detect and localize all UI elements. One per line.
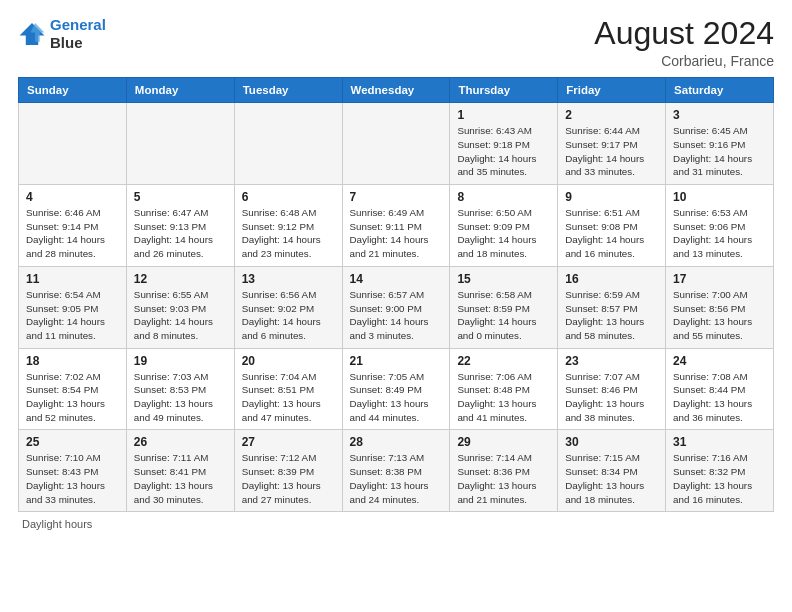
calendar-cell: 12Sunrise: 6:55 AM Sunset: 9:03 PM Dayli… <box>126 266 234 348</box>
week-row-3: 18Sunrise: 7:02 AM Sunset: 8:54 PM Dayli… <box>19 348 774 430</box>
calendar-cell: 9Sunrise: 6:51 AM Sunset: 9:08 PM Daylig… <box>558 185 666 267</box>
day-number: 26 <box>134 435 227 449</box>
day-number: 5 <box>134 190 227 204</box>
logo-icon <box>18 20 46 48</box>
day-number: 4 <box>26 190 119 204</box>
th-sunday: Sunday <box>19 78 127 103</box>
calendar-cell: 5Sunrise: 6:47 AM Sunset: 9:13 PM Daylig… <box>126 185 234 267</box>
day-number: 2 <box>565 108 658 122</box>
calendar-cell: 3Sunrise: 6:45 AM Sunset: 9:16 PM Daylig… <box>666 103 774 185</box>
calendar-cell: 26Sunrise: 7:11 AM Sunset: 8:41 PM Dayli… <box>126 430 234 512</box>
day-number: 27 <box>242 435 335 449</box>
day-number: 16 <box>565 272 658 286</box>
footer-note: Daylight hours <box>18 518 774 530</box>
calendar-cell: 14Sunrise: 6:57 AM Sunset: 9:00 PM Dayli… <box>342 266 450 348</box>
day-info: Sunrise: 6:43 AM Sunset: 9:18 PM Dayligh… <box>457 124 550 179</box>
calendar-cell: 27Sunrise: 7:12 AM Sunset: 8:39 PM Dayli… <box>234 430 342 512</box>
day-number: 12 <box>134 272 227 286</box>
calendar-cell: 23Sunrise: 7:07 AM Sunset: 8:46 PM Dayli… <box>558 348 666 430</box>
day-info: Sunrise: 7:14 AM Sunset: 8:36 PM Dayligh… <box>457 451 550 506</box>
day-info: Sunrise: 6:51 AM Sunset: 9:08 PM Dayligh… <box>565 206 658 261</box>
calendar-cell: 13Sunrise: 6:56 AM Sunset: 9:02 PM Dayli… <box>234 266 342 348</box>
week-row-2: 11Sunrise: 6:54 AM Sunset: 9:05 PM Dayli… <box>19 266 774 348</box>
calendar-cell: 11Sunrise: 6:54 AM Sunset: 9:05 PM Dayli… <box>19 266 127 348</box>
day-number: 3 <box>673 108 766 122</box>
day-info: Sunrise: 7:15 AM Sunset: 8:34 PM Dayligh… <box>565 451 658 506</box>
calendar-cell: 30Sunrise: 7:15 AM Sunset: 8:34 PM Dayli… <box>558 430 666 512</box>
day-number: 9 <box>565 190 658 204</box>
th-thursday: Thursday <box>450 78 558 103</box>
calendar-cell: 2Sunrise: 6:44 AM Sunset: 9:17 PM Daylig… <box>558 103 666 185</box>
day-info: Sunrise: 6:56 AM Sunset: 9:02 PM Dayligh… <box>242 288 335 343</box>
day-info: Sunrise: 7:02 AM Sunset: 8:54 PM Dayligh… <box>26 370 119 425</box>
calendar-cell: 22Sunrise: 7:06 AM Sunset: 8:48 PM Dayli… <box>450 348 558 430</box>
calendar-cell: 31Sunrise: 7:16 AM Sunset: 8:32 PM Dayli… <box>666 430 774 512</box>
th-monday: Monday <box>126 78 234 103</box>
day-info: Sunrise: 7:05 AM Sunset: 8:49 PM Dayligh… <box>350 370 443 425</box>
day-number: 20 <box>242 354 335 368</box>
day-info: Sunrise: 7:08 AM Sunset: 8:44 PM Dayligh… <box>673 370 766 425</box>
day-number: 1 <box>457 108 550 122</box>
day-info: Sunrise: 7:03 AM Sunset: 8:53 PM Dayligh… <box>134 370 227 425</box>
day-number: 11 <box>26 272 119 286</box>
day-info: Sunrise: 7:06 AM Sunset: 8:48 PM Dayligh… <box>457 370 550 425</box>
day-info: Sunrise: 6:48 AM Sunset: 9:12 PM Dayligh… <box>242 206 335 261</box>
day-info: Sunrise: 7:16 AM Sunset: 8:32 PM Dayligh… <box>673 451 766 506</box>
day-info: Sunrise: 6:47 AM Sunset: 9:13 PM Dayligh… <box>134 206 227 261</box>
day-number: 13 <box>242 272 335 286</box>
day-number: 15 <box>457 272 550 286</box>
page: General Blue August 2024 Corbarieu, Fran… <box>0 0 792 540</box>
day-number: 6 <box>242 190 335 204</box>
calendar-table: Sunday Monday Tuesday Wednesday Thursday… <box>18 77 774 512</box>
day-number: 8 <box>457 190 550 204</box>
calendar-cell: 20Sunrise: 7:04 AM Sunset: 8:51 PM Dayli… <box>234 348 342 430</box>
svg-marker-0 <box>20 23 45 45</box>
main-title: August 2024 <box>594 16 774 51</box>
calendar-body: 1Sunrise: 6:43 AM Sunset: 9:18 PM Daylig… <box>19 103 774 512</box>
day-number: 24 <box>673 354 766 368</box>
weekday-header-row: Sunday Monday Tuesday Wednesday Thursday… <box>19 78 774 103</box>
calendar-cell: 19Sunrise: 7:03 AM Sunset: 8:53 PM Dayli… <box>126 348 234 430</box>
th-tuesday: Tuesday <box>234 78 342 103</box>
day-number: 18 <box>26 354 119 368</box>
day-number: 23 <box>565 354 658 368</box>
calendar-cell <box>342 103 450 185</box>
day-info: Sunrise: 6:53 AM Sunset: 9:06 PM Dayligh… <box>673 206 766 261</box>
day-number: 29 <box>457 435 550 449</box>
day-number: 22 <box>457 354 550 368</box>
calendar-cell: 29Sunrise: 7:14 AM Sunset: 8:36 PM Dayli… <box>450 430 558 512</box>
logo-text: General Blue <box>50 16 106 52</box>
calendar-cell: 4Sunrise: 6:46 AM Sunset: 9:14 PM Daylig… <box>19 185 127 267</box>
day-info: Sunrise: 6:50 AM Sunset: 9:09 PM Dayligh… <box>457 206 550 261</box>
day-number: 10 <box>673 190 766 204</box>
calendar-cell <box>19 103 127 185</box>
calendar-cell: 8Sunrise: 6:50 AM Sunset: 9:09 PM Daylig… <box>450 185 558 267</box>
title-block: August 2024 Corbarieu, France <box>594 16 774 69</box>
calendar-cell <box>126 103 234 185</box>
calendar-cell: 24Sunrise: 7:08 AM Sunset: 8:44 PM Dayli… <box>666 348 774 430</box>
calendar-cell: 16Sunrise: 6:59 AM Sunset: 8:57 PM Dayli… <box>558 266 666 348</box>
calendar-cell: 6Sunrise: 6:48 AM Sunset: 9:12 PM Daylig… <box>234 185 342 267</box>
day-info: Sunrise: 6:44 AM Sunset: 9:17 PM Dayligh… <box>565 124 658 179</box>
calendar-cell: 28Sunrise: 7:13 AM Sunset: 8:38 PM Dayli… <box>342 430 450 512</box>
day-info: Sunrise: 6:55 AM Sunset: 9:03 PM Dayligh… <box>134 288 227 343</box>
day-info: Sunrise: 6:59 AM Sunset: 8:57 PM Dayligh… <box>565 288 658 343</box>
day-info: Sunrise: 6:46 AM Sunset: 9:14 PM Dayligh… <box>26 206 119 261</box>
header-row: General Blue August 2024 Corbarieu, Fran… <box>18 16 774 69</box>
day-number: 30 <box>565 435 658 449</box>
day-info: Sunrise: 6:57 AM Sunset: 9:00 PM Dayligh… <box>350 288 443 343</box>
day-number: 14 <box>350 272 443 286</box>
calendar-cell <box>234 103 342 185</box>
day-info: Sunrise: 6:54 AM Sunset: 9:05 PM Dayligh… <box>26 288 119 343</box>
calendar-cell: 18Sunrise: 7:02 AM Sunset: 8:54 PM Dayli… <box>19 348 127 430</box>
day-info: Sunrise: 7:13 AM Sunset: 8:38 PM Dayligh… <box>350 451 443 506</box>
calendar-cell: 1Sunrise: 6:43 AM Sunset: 9:18 PM Daylig… <box>450 103 558 185</box>
day-info: Sunrise: 7:04 AM Sunset: 8:51 PM Dayligh… <box>242 370 335 425</box>
th-friday: Friday <box>558 78 666 103</box>
week-row-4: 25Sunrise: 7:10 AM Sunset: 8:43 PM Dayli… <box>19 430 774 512</box>
day-number: 7 <box>350 190 443 204</box>
day-number: 17 <box>673 272 766 286</box>
calendar-cell: 25Sunrise: 7:10 AM Sunset: 8:43 PM Dayli… <box>19 430 127 512</box>
calendar-cell: 17Sunrise: 7:00 AM Sunset: 8:56 PM Dayli… <box>666 266 774 348</box>
calendar-cell: 15Sunrise: 6:58 AM Sunset: 8:59 PM Dayli… <box>450 266 558 348</box>
